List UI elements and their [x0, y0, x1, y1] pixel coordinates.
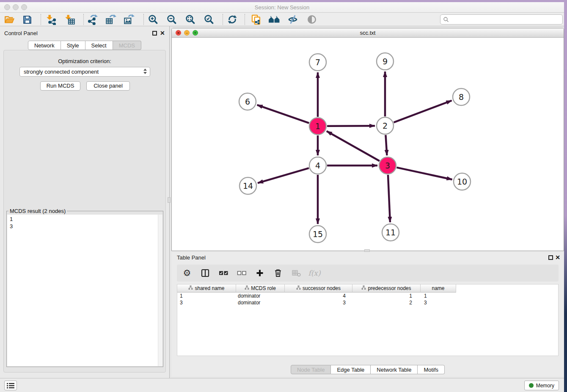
- graph-node-label-8: 8: [459, 92, 464, 102]
- graph-edge-3-10[interactable]: [397, 168, 452, 179]
- graph-node-label-6: 6: [245, 97, 250, 106]
- export-image-icon[interactable]: [122, 14, 136, 25]
- tab-node-table[interactable]: Node Table: [291, 365, 331, 374]
- titlebar: Session: New Session: [0, 2, 564, 13]
- graph-node-label-2: 2: [383, 121, 388, 130]
- settings-gear-icon[interactable]: ⚙: [182, 268, 192, 279]
- list-icon: [6, 382, 15, 389]
- graph-node-label-10: 10: [457, 177, 467, 186]
- network-canvas[interactable]: 1234678910111415: [172, 38, 564, 251]
- add-column-icon[interactable]: [255, 268, 265, 279]
- tab-network-table[interactable]: Network Table: [371, 365, 418, 374]
- export-table-icon[interactable]: [104, 14, 118, 25]
- zoom-in-icon[interactable]: [146, 14, 160, 25]
- tab-network[interactable]: Network: [28, 41, 61, 50]
- criterion-select[interactable]: strongly connected component: [19, 67, 150, 77]
- table-cell: 3: [177, 299, 236, 306]
- memory-label: Memory: [536, 383, 554, 389]
- zoom-selected-icon[interactable]: [202, 14, 216, 25]
- first-neighbors-icon[interactable]: [267, 14, 281, 25]
- show-all-icon[interactable]: [305, 14, 319, 25]
- clone-network-icon[interactable]: [249, 14, 263, 25]
- column-header-MCDS-role[interactable]: MCDS role: [236, 284, 285, 293]
- vertical-splitter-grip[interactable]: [168, 197, 171, 203]
- graph-edge-1-2[interactable]: [327, 126, 375, 126]
- mcds-panel: Optimization criterion: strongly connect…: [3, 50, 166, 373]
- status-bar: Memory: [0, 378, 564, 392]
- select-all-checks-icon[interactable]: [218, 268, 228, 279]
- horizontal-splitter-grip[interactable]: [364, 249, 370, 252]
- graph-edge-2-8[interactable]: [394, 100, 452, 122]
- toggle-columns-icon[interactable]: [200, 268, 210, 279]
- tab-motifs[interactable]: Motifs: [418, 365, 445, 374]
- function-builder-icon: f(x): [309, 268, 319, 279]
- table-row[interactable]: 3dominator323: [177, 299, 558, 306]
- column-header-name[interactable]: name: [421, 284, 456, 293]
- table-cell: 4: [285, 293, 352, 299]
- graph-node-label-7: 7: [315, 58, 320, 67]
- table-rows: 1dominator4113dominator323: [177, 293, 558, 306]
- graph-node-label-14: 14: [243, 181, 253, 190]
- graph-edge-2-3[interactable]: [385, 135, 387, 155]
- zoom-fit-icon[interactable]: [183, 14, 198, 25]
- import-table-icon[interactable]: [63, 14, 77, 25]
- open-file-icon[interactable]: [2, 14, 17, 25]
- mcds-result-groupbox: MCDS result (2 nodes) 1 3: [6, 208, 163, 367]
- save-session-icon[interactable]: [20, 14, 34, 25]
- search-input[interactable]: [440, 14, 563, 25]
- network-window-titlebar[interactable]: ✕ – + scc.txt: [172, 28, 564, 38]
- table-tabs: Node TableEdge TableNetwork TableMotifs: [171, 365, 564, 374]
- float-panel-icon[interactable]: [152, 31, 157, 36]
- graph-edge-4-14[interactable]: [258, 168, 309, 183]
- tab-style[interactable]: Style: [61, 41, 85, 50]
- control-panel-tabs: NetworkStyleSelectMCDS: [0, 41, 169, 50]
- mcds-result-area[interactable]: 1 3: [7, 215, 162, 366]
- column-header-successor-nodes[interactable]: successor nodes: [285, 284, 352, 293]
- refresh-icon[interactable]: [225, 14, 239, 25]
- table-panel: Table Panel ✕ ⚙ f(x): [171, 252, 564, 377]
- deselect-all-checks-icon[interactable]: [237, 268, 247, 279]
- table-close-icon[interactable]: ✕: [555, 255, 560, 260]
- delete-column-icon[interactable]: [273, 268, 283, 279]
- column-header-shared-name[interactable]: shared name: [177, 284, 236, 293]
- node-table: shared nameMCDS rolesuccessor nodesprede…: [177, 284, 559, 356]
- tab-edge-table[interactable]: Edge Table: [331, 365, 371, 374]
- memory-button[interactable]: Memory: [524, 381, 559, 390]
- graph-edge-3-11[interactable]: [388, 175, 390, 222]
- tab-mcds[interactable]: MCDS: [113, 41, 141, 50]
- network-window-title: scc.txt: [172, 30, 564, 36]
- run-mcds-button[interactable]: Run MCDS: [40, 81, 80, 91]
- zoom-out-icon[interactable]: [165, 14, 179, 25]
- delete-table-icon: [291, 268, 301, 279]
- table-float-icon[interactable]: [548, 255, 553, 260]
- desktop-edge-right: [564, 0, 567, 392]
- import-network-icon[interactable]: [44, 14, 58, 25]
- table-cell: dominator: [236, 293, 285, 299]
- table-cell: 2: [352, 299, 421, 306]
- tab-select[interactable]: Select: [85, 41, 113, 50]
- control-panel: Control Panel ✕ NetworkStyleSelectMCDS O…: [0, 26, 170, 378]
- table-cell: dominator: [236, 299, 285, 306]
- network-canvas-svg: 1234678910111415: [172, 38, 564, 251]
- table-cell: 1: [421, 293, 456, 299]
- table-cell: 1: [177, 293, 236, 299]
- result-scrollbar[interactable]: [158, 215, 162, 366]
- task-history-button[interactable]: [4, 381, 17, 390]
- memory-status-icon: [529, 383, 534, 388]
- export-network-icon[interactable]: [85, 14, 100, 25]
- graph-edge-1-6[interactable]: [257, 105, 309, 123]
- close-panel-icon[interactable]: ✕: [160, 30, 165, 36]
- close-panel-button[interactable]: Close panel: [86, 81, 130, 91]
- select-stepper-icon: [143, 69, 147, 74]
- mcds-result-legend: MCDS result (2 nodes): [8, 208, 67, 214]
- graph-node-label-1: 1: [315, 121, 320, 131]
- hierarchy-icon: [296, 285, 301, 291]
- table-tabstrip: Node TableEdge TableNetwork TableMotifs: [171, 358, 564, 377]
- table-row[interactable]: 1dominator411: [177, 293, 558, 299]
- hide-selected-icon[interactable]: [286, 14, 300, 25]
- desktop-edge-top: [0, 0, 567, 2]
- table-header-row: shared nameMCDS rolesuccessor nodesprede…: [177, 284, 558, 293]
- application-window: Session: New Session: [0, 0, 567, 392]
- column-header-predecessor-nodes[interactable]: predecessor nodes: [352, 284, 421, 293]
- graph-edge-3-1[interactable]: [327, 131, 380, 161]
